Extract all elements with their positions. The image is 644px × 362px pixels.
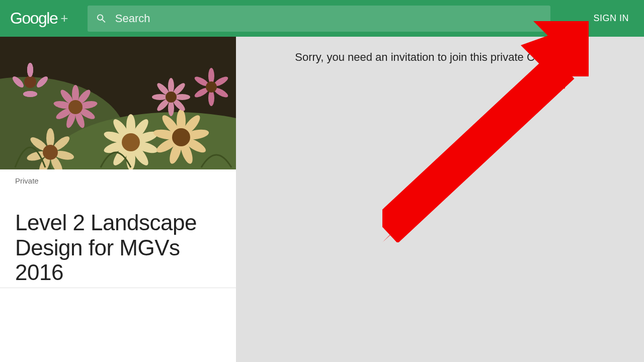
svg-point-58 [206,81,217,93]
sidebar-bottom [0,288,236,362]
svg-point-10 [23,91,37,97]
svg-point-8 [27,63,33,77]
community-sidebar: Private Level 2 Landscape Design for MGV… [0,37,236,288]
svg-point-66 [43,145,58,160]
svg-point-3 [24,76,36,88]
search-input[interactable] [115,12,542,25]
logo-text: Google [10,9,57,28]
search-box[interactable] [88,6,550,32]
privacy-label: Private [0,169,236,190]
logo[interactable]: Google+ [10,9,67,28]
community-title: Level 2 Landscape Design for MGVs 2016 [0,190,236,285]
logo-plus-icon: + [60,11,67,26]
svg-point-32 [122,133,140,151]
main-content: Sorry, you need an invitation to join th… [236,37,644,362]
svg-point-42 [172,128,190,146]
invitation-message: Sorry, you need an invitation to join th… [236,51,644,64]
topbar: Google+ SIGN IN [0,0,644,37]
svg-point-51 [166,92,177,103]
sign-in-button[interactable]: SIGN IN [593,13,634,24]
community-cover-image [0,37,236,169]
content-area: Private Level 2 Landscape Design for MGV… [0,37,644,362]
svg-point-21 [68,100,83,114]
search-icon [96,13,107,25]
